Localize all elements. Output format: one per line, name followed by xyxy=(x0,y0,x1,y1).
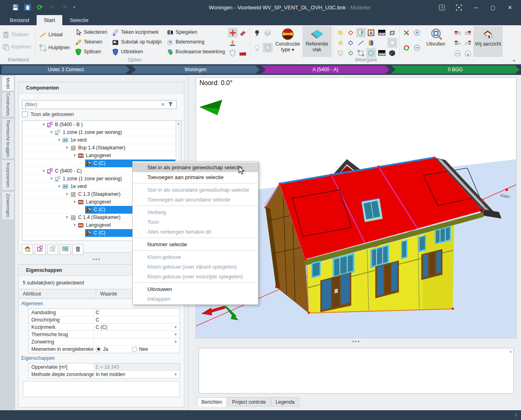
shaded-view-icon[interactable] xyxy=(263,43,273,52)
expander-icon[interactable]: ▼ xyxy=(64,146,70,150)
ribbon-button-spiegelen[interactable]: Spiegelen xyxy=(165,28,226,37)
side-tab-constructies[interactable]: Constructies xyxy=(2,92,14,117)
view-front-icon[interactable] xyxy=(453,38,463,48)
expander-icon[interactable]: ▼ xyxy=(64,192,70,196)
ribbon-button-hulplijnen[interactable]: Hulplijnen xyxy=(38,43,72,52)
scroll-up-icon[interactable]: ▲ xyxy=(509,349,512,353)
wire-cube-icon[interactable] xyxy=(387,28,397,37)
property-value[interactable]: ▼ xyxy=(94,338,180,345)
property-value[interactable]: ▼ xyxy=(94,331,180,338)
light-on-icon[interactable] xyxy=(252,28,262,37)
dropdown-caret-icon[interactable]: ▼ xyxy=(174,325,177,329)
save-icon[interactable] xyxy=(11,3,20,11)
help-button[interactable]: ? xyxy=(433,1,450,13)
menu-tab-bestand[interactable]: Bestand xyxy=(2,15,37,25)
hatch-green-icon[interactable] xyxy=(377,48,387,58)
diamond-red-icon[interactable] xyxy=(346,28,356,37)
ribbon-button-booleaanse-bewerking[interactable]: Booleaanse bewerking xyxy=(165,47,226,56)
breadcrumb-segment-2[interactable]: Woningen xyxy=(131,66,260,74)
raise-icon[interactable] xyxy=(228,38,238,48)
expander-icon[interactable]: ▼ xyxy=(72,223,77,227)
breadcrumb-segment-1[interactable]: Uniec 3 Connect xyxy=(2,66,130,74)
white-cube-icon[interactable] xyxy=(387,38,397,48)
building-orange-icon[interactable] xyxy=(366,38,376,48)
sun-bright-icon[interactable] xyxy=(336,28,346,37)
line-blue-icon[interactable] xyxy=(356,38,366,48)
constructie-type-button[interactable]: Constructie type ▾ xyxy=(273,26,302,57)
add-building-gray-button[interactable] xyxy=(47,244,58,255)
property-value[interactable]: C (C)▼ xyxy=(94,324,180,330)
radio-nee-icon[interactable] xyxy=(132,347,137,352)
add-house-button[interactable] xyxy=(22,244,33,255)
filter-funnel-icon[interactable] xyxy=(166,102,175,108)
property-value[interactable]: In het midden▼ xyxy=(94,371,180,378)
letter-a-icon[interactable]: A xyxy=(366,28,376,37)
dropdown-caret-icon[interactable]: ▼ xyxy=(174,332,177,337)
referentie-vlak-button[interactable]: Referentie vlak xyxy=(302,26,332,57)
bottom-tab-berichten[interactable]: Berichten xyxy=(197,397,227,407)
side-tab-kozijnmerken[interactable]: Kozijnmerken xyxy=(2,160,14,190)
sun-dim-icon[interactable] xyxy=(336,38,346,48)
ribbon-button-subvlak-op-hulplijn[interactable]: Subvlak op hulplijn xyxy=(110,37,163,46)
ribbon-button-teken-kozijnmerk[interactable]: Teken kozijnmerk xyxy=(110,28,163,37)
bottom-tab-project-controle[interactable]: Project controle xyxy=(228,397,270,407)
view-back-icon[interactable] xyxy=(463,38,473,48)
house-back-icon[interactable] xyxy=(463,48,473,58)
side-tab-zonweringen[interactable]: Zonweringen xyxy=(2,191,14,220)
radio-group[interactable]: JaNee xyxy=(94,346,180,353)
ribbon-button-belemmering[interactable]: Belemmering xyxy=(165,37,226,46)
dark-cube-icon[interactable] xyxy=(387,48,397,58)
ribbon-button-splitsen[interactable]: Splitsen xyxy=(73,47,109,56)
ribbon-button-tekenen[interactable]: Tekenen xyxy=(73,37,109,46)
vrij-aanzicht-button[interactable]: Vrij aanzicht xyxy=(473,26,503,57)
tree-item[interactable]: ▼ B (5400 - B ) xyxy=(22,121,181,129)
hatch-black-icon[interactable] xyxy=(377,28,387,37)
dropdown-caret-icon[interactable]: ▼ xyxy=(174,340,177,344)
xyz-arrows-icon[interactable] xyxy=(402,28,412,37)
minimize-button[interactable]: ─ xyxy=(467,1,484,13)
snapshot-button[interactable] xyxy=(450,1,467,13)
cube-teal-icon[interactable] xyxy=(366,48,376,58)
red-bed-icon[interactable] xyxy=(238,48,248,58)
expander-icon[interactable]: ▼ xyxy=(64,215,70,219)
breadcrumb-segment-3[interactable]: A (5400 - A) xyxy=(261,66,390,74)
menu-tab-start[interactable]: Start xyxy=(37,15,62,25)
trash-button[interactable] xyxy=(72,244,83,255)
house-front-icon[interactable] xyxy=(453,48,463,58)
scroll-up-icon[interactable]: ▲ xyxy=(177,122,180,125)
add-window-button[interactable] xyxy=(60,244,71,255)
tree-item[interactable]: ▼ 1 zone (1 zone per woning) xyxy=(22,129,181,136)
resize-grip-icon[interactable]: ⠿ xyxy=(514,413,518,418)
context-menu-item-12[interactable]: Uitvouwen xyxy=(133,284,258,294)
eraser-icon[interactable] xyxy=(238,28,248,37)
move-cross-icon[interactable] xyxy=(228,28,238,37)
square-corners-icon[interactable] xyxy=(356,48,366,58)
breadcrumb-segment-4[interactable]: 0 BGG xyxy=(391,66,519,74)
diamond-blue-icon[interactable] xyxy=(346,38,356,48)
filter-input[interactable] xyxy=(24,101,159,108)
menu-tab-selectie[interactable]: Selectie xyxy=(62,15,96,25)
expander-icon[interactable]: ▼ xyxy=(57,138,62,142)
uitvullen-button[interactable]: Uitvullen xyxy=(422,26,449,57)
shield-teal-icon[interactable] xyxy=(356,28,366,37)
context-menu-item-8[interactable]: Nummer selectie xyxy=(133,239,258,249)
expander-icon[interactable]: ▼ xyxy=(49,130,54,134)
splitter-grip[interactable]: ••• xyxy=(350,338,362,345)
clear-filter-icon[interactable]: ✕ xyxy=(159,102,166,107)
home-icon[interactable] xyxy=(24,3,32,11)
ribbon-button-uittrekken[interactable]: Uittrekken xyxy=(110,47,163,56)
light-off-icon[interactable] xyxy=(252,43,262,52)
tree-item[interactable]: ▼ Bsp 1.4 (Slaapkamer) xyxy=(22,144,181,152)
shield-white-icon[interactable] xyxy=(228,48,238,58)
expander-icon[interactable]: ▼ xyxy=(49,177,54,181)
close-button[interactable]: ✕ xyxy=(501,1,519,13)
zoom-out-icon[interactable] xyxy=(412,43,422,52)
solid-view-icon[interactable] xyxy=(263,28,273,37)
property-value[interactable]: C xyxy=(94,316,180,323)
property-value[interactable]: C xyxy=(94,309,180,316)
ribbon-button-liniaal[interactable]: Liniaal xyxy=(38,30,72,39)
ribbon-button-selecteren[interactable]: Selecteren xyxy=(73,28,109,37)
tree-item[interactable]: ▼ Langsgevel xyxy=(22,152,181,160)
add-building-button[interactable] xyxy=(35,244,46,255)
expander-icon[interactable]: ▼ xyxy=(72,200,77,204)
